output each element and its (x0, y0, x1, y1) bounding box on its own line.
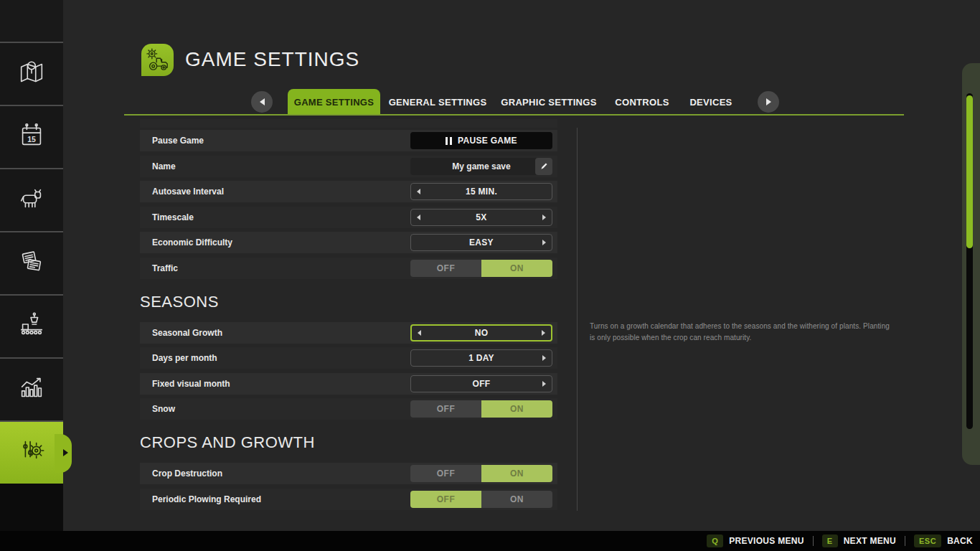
seasonal-growth-value: NO (475, 328, 489, 338)
toggle-off-option[interactable]: OFF (410, 491, 481, 508)
sidebar-item-finances[interactable] (0, 231, 63, 294)
increase-icon[interactable] (542, 381, 546, 387)
pause-game-button[interactable]: PAUSE GAME (410, 132, 552, 149)
next-menu-shortcut[interactable]: NEXT MENU (844, 536, 896, 546)
timescale-stepper[interactable]: 5X (410, 209, 552, 226)
tab-underline (124, 114, 904, 116)
economic-difficulty-stepper[interactable]: EASY (410, 234, 552, 251)
footer-separator (905, 536, 905, 546)
section-heading-crops-and-growth: CROPS AND GROWTH (140, 431, 557, 454)
autosave-interval-stepper[interactable]: 15 MIN. (410, 183, 552, 200)
chevron-left-icon (260, 98, 265, 105)
edit-name-button[interactable] (535, 158, 552, 175)
increase-icon[interactable] (542, 215, 546, 220)
key-badge-e: E (822, 534, 838, 547)
panel-divider (577, 128, 578, 511)
toggle-off-option[interactable]: OFF (410, 400, 481, 418)
increase-icon[interactable] (542, 240, 546, 245)
save-name-field[interactable]: My game save (410, 158, 552, 175)
scrollbar-thumb[interactable] (966, 95, 973, 248)
back-shortcut[interactable]: BACK (947, 536, 973, 546)
chevron-right-icon (766, 98, 771, 105)
crop-destruction-toggle[interactable]: OFF ON (410, 465, 552, 482)
periodic-plowing-toggle[interactable]: OFF ON (410, 491, 552, 508)
setting-description: Turns on a growth calendar that adheres … (590, 321, 894, 343)
tab-game-settings[interactable]: GAME SETTINGS (288, 89, 380, 116)
row-snow: Snow OFF ON (140, 398, 557, 420)
sidebar-item-animals[interactable] (0, 168, 63, 231)
setting-label: Seasonal Growth (152, 322, 222, 344)
sidebar-item-production[interactable] (0, 294, 63, 357)
pause-game-button-label: PAUSE GAME (458, 136, 517, 146)
row-fixed-visual-month: Fixed visual month OFF (140, 373, 557, 395)
row-periodic-plowing-required: Periodic Plowing Required OFF ON (140, 489, 557, 510)
game-settings-screen: 15 (0, 0, 980, 551)
row-pause-game: Pause Game PAUSE GAME (140, 130, 557, 151)
sidebar-item-statistics[interactable] (0, 357, 63, 420)
row-autosave-interval: Autosave Interval 15 MIN. (140, 181, 557, 202)
setting-label: Name (152, 156, 176, 177)
economic-difficulty-value: EASY (469, 237, 494, 248)
toggle-on-option[interactable]: ON (481, 491, 552, 508)
settings-group-crops: Crop Destruction OFF ON Periodic Plowing… (140, 463, 557, 510)
toggle-on-option[interactable]: ON (481, 465, 552, 482)
increase-icon[interactable] (542, 355, 546, 361)
key-badge-esc: ESC (914, 534, 941, 547)
sidebar-item-calendar[interactable]: 15 (0, 105, 63, 168)
row-traffic: Traffic OFF ON (140, 258, 557, 279)
setting-label: Pause Game (152, 130, 204, 151)
traffic-toggle[interactable]: OFF ON (410, 260, 552, 277)
setting-label: Autosave Interval (152, 181, 224, 202)
decrease-icon[interactable] (418, 330, 421, 336)
previous-menu-shortcut[interactable]: PREVIOUS MENU (729, 536, 804, 546)
setting-label: Crop Destruction (152, 463, 222, 484)
page-title: GAME SETTINGS (185, 48, 359, 71)
days-per-month-stepper[interactable]: 1 DAY (410, 349, 552, 367)
sidebar-spacer (0, 0, 63, 42)
increase-icon[interactable] (542, 330, 545, 336)
setting-label: Traffic (152, 258, 178, 279)
toggle-on-option[interactable]: ON (481, 260, 552, 277)
pencil-icon (540, 162, 548, 170)
tab-general-settings[interactable]: GENERAL SETTINGS (387, 89, 488, 116)
pause-icon (446, 137, 452, 145)
page-title-icon (141, 44, 174, 76)
sidebar: 15 (0, 0, 63, 531)
tab-graphic-settings[interactable]: GRAPHIC SETTINGS (499, 89, 599, 116)
row-seasonal-growth: Seasonal Growth NO (140, 322, 557, 344)
sidebar-item-game-settings[interactable] (0, 420, 63, 484)
snow-toggle[interactable]: OFF ON (410, 400, 552, 418)
sidebar-item-map[interactable] (0, 42, 63, 105)
map-icon (17, 57, 47, 91)
row-economic-difficulty: Economic Difficulty EASY (140, 232, 557, 253)
seasonal-growth-stepper[interactable]: NO (410, 324, 552, 342)
setting-label: Days per month (152, 347, 217, 369)
tabs-next-button[interactable] (758, 91, 779, 113)
tabs-previous-button[interactable] (251, 91, 273, 113)
toggle-on-option[interactable]: ON (481, 400, 552, 418)
toggle-off-option[interactable]: OFF (410, 260, 481, 277)
save-name-value: My game save (452, 161, 510, 171)
row-crop-destruction: Crop Destruction OFF ON (140, 463, 557, 484)
cow-icon (17, 184, 47, 217)
row-name: Name My game save (140, 156, 557, 177)
tab-devices[interactable]: DEVICES (675, 89, 747, 116)
decrease-icon[interactable] (417, 189, 420, 194)
autosave-interval-value: 15 MIN. (466, 187, 497, 197)
scrolled-row-sliver (140, 119, 557, 128)
documents-icon (17, 247, 47, 280)
footer-bar: Q PREVIOUS MENU E NEXT MENU ESC BACK (0, 531, 980, 551)
fixed-visual-month-stepper[interactable]: OFF (410, 375, 552, 392)
active-item-arrow-icon (63, 449, 68, 456)
days-per-month-value: 1 DAY (468, 353, 494, 363)
settings-group-general: Pause Game PAUSE GAME Name My game save (140, 130, 557, 279)
toggle-off-option[interactable]: OFF (410, 465, 481, 482)
decrease-icon[interactable] (417, 215, 420, 220)
setting-label: Periodic Plowing Required (152, 489, 261, 510)
tab-controls[interactable]: CONTROLS (606, 89, 678, 116)
setting-label: Fixed visual month (152, 373, 230, 395)
setting-label: Timescale (152, 207, 194, 228)
setting-label: Snow (152, 398, 175, 420)
calendar-icon: 15 (17, 121, 47, 154)
section-heading-seasons: SEASONS (140, 291, 557, 314)
